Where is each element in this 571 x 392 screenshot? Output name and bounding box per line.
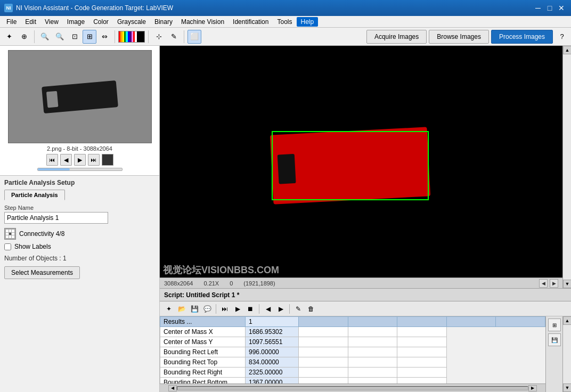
setup-title: Particle Analysis Setup <box>4 179 155 186</box>
toolbar: ✦ ⊕ 🔍 🔍 ⊡ ⊞ ⇔ ⊹ ✎ ⬜ Acquire Images Brows… <box>0 28 571 46</box>
watermark: 视觉论坛VISIONBBS.COM <box>160 263 282 277</box>
toolbar-zoom-in-btn[interactable]: 🔍 <box>38 30 52 44</box>
image-area[interactable]: 视觉论坛VISIONBBS.COM <box>160 46 562 277</box>
toolbar-select-btn[interactable]: ⊹ <box>152 30 166 44</box>
col-header-2 <box>299 317 348 327</box>
menu-view[interactable]: View <box>40 17 63 27</box>
results-table-area: Results ... 1 Center of Ma <box>160 316 545 392</box>
toolbar-zoom-fit-btn[interactable]: ⊡ <box>68 30 81 44</box>
menu-identification[interactable]: Identification <box>229 17 273 27</box>
results-vscrollbar[interactable]: ▲ ▼ <box>562 316 571 392</box>
browse-images-button[interactable]: Browse Images <box>429 30 489 44</box>
show-labels-row: Show Labels <box>4 243 155 250</box>
close-button[interactable]: ✕ <box>556 3 567 13</box>
script-edit-btn[interactable]: ✎ <box>292 303 304 315</box>
menu-image[interactable]: Image <box>63 17 89 27</box>
script-next-btn[interactable]: ▶ <box>275 303 287 315</box>
result-empty-cell <box>397 357 447 368</box>
title-bar: NI NI Vision Assistant - Code Generation… <box>0 0 571 16</box>
script-settings-btn[interactable]: ✦ <box>163 303 175 315</box>
toolbar-mode-btn[interactable]: ⬜ <box>187 30 201 44</box>
preview-controls: ⏮ ◀ ▶ ⏭ <box>46 154 113 166</box>
acquire-images-button[interactable]: Acquire Images <box>366 30 427 44</box>
result-value-cell: 2325.00000 <box>246 368 299 378</box>
result-empty-cell <box>397 327 447 337</box>
script-run-btn[interactable]: ▶ <box>232 303 243 315</box>
vscroll-down-btn[interactable]: ▼ <box>563 280 571 288</box>
script-prev-btn[interactable]: ◀ <box>262 303 274 315</box>
result-name-cell: Bounding Rect Bottom <box>160 378 246 384</box>
results-vscroll-down[interactable]: ▼ <box>563 383 571 392</box>
image-vscrollbar[interactable]: ▲ ▼ <box>562 46 571 288</box>
toolbar-draw-btn[interactable]: ✎ <box>167 30 181 44</box>
toolbar-actions: Acquire Images Browse Images Process Ima… <box>366 30 569 44</box>
nav-last-btn[interactable]: ⏭ <box>88 154 100 166</box>
menu-file[interactable]: File <box>2 17 21 27</box>
script-comment-btn[interactable]: 💬 <box>201 303 213 315</box>
menu-help[interactable]: Help <box>297 17 319 27</box>
result-empty-cell <box>348 337 397 347</box>
nav-next-btn[interactable]: ▶ <box>74 154 86 166</box>
main-layout: 2.png - 8-bit - 3088x2064 ⏮ ◀ ▶ ⏭ Partic… <box>0 46 571 392</box>
stepname-label: Step Name <box>4 205 155 211</box>
nav-first-btn[interactable]: ⏮ <box>46 154 58 166</box>
results-vscroll-up[interactable]: ▲ <box>563 316 571 325</box>
result-empty-cell <box>348 378 397 384</box>
results-vscroll-track[interactable] <box>563 325 571 383</box>
horizontal-scrollbar[interactable]: ◀ ▶ <box>160 383 545 392</box>
help-button[interactable]: ? <box>555 30 569 44</box>
script-delete-btn[interactable]: 🗑 <box>305 303 317 315</box>
toolbar-zoom-out-btn[interactable]: 🔍 <box>53 30 67 44</box>
show-labels-checkbox[interactable] <box>4 243 11 250</box>
vscroll-track[interactable] <box>563 54 571 280</box>
side-btn-2[interactable]: 💾 <box>548 333 561 346</box>
preview-info: 2.png - 8-bit - 3088x2064 <box>47 145 112 152</box>
toolbar-new-btn[interactable]: ✦ <box>2 30 16 44</box>
menu-grayscale[interactable]: Grayscale <box>113 17 150 27</box>
select-measurements-button[interactable]: Select Measurements <box>4 266 80 279</box>
result-value-cell: 1367.00000 <box>246 378 299 384</box>
hscroll-left-btn[interactable]: ◀ <box>168 385 177 391</box>
status-coords: (1921,1898) <box>243 280 275 287</box>
script-stop-btn[interactable]: ⏹ <box>244 303 256 315</box>
script-sep-2 <box>259 304 259 314</box>
col-header-6 <box>496 317 545 327</box>
side-btn-1[interactable]: ⊞ <box>548 318 561 331</box>
vscroll-up-btn[interactable]: ▲ <box>563 46 571 54</box>
restore-button[interactable]: □ <box>544 3 555 13</box>
menu-tools[interactable]: Tools <box>273 17 296 27</box>
scroll-left-arrow[interactable]: ◀ <box>539 279 548 288</box>
script-sep-1 <box>216 304 216 314</box>
script-run-to-btn[interactable]: ⏭ <box>219 303 231 315</box>
result-empty-cell <box>299 337 348 347</box>
script-save-btn[interactable]: 💾 <box>189 303 200 315</box>
toolbar-open-btn[interactable]: ⊕ <box>17 30 31 44</box>
table-row: Bounding Rect Bottom1367.00000 <box>160 378 545 384</box>
hscroll-right-btn[interactable]: ▶ <box>528 385 537 391</box>
script-open-btn[interactable]: 📂 <box>176 303 187 315</box>
detected-object <box>272 131 429 200</box>
result-name-cell: Bounding Rect Top <box>160 357 246 368</box>
stepname-input[interactable] <box>4 212 108 224</box>
preview-scrollbar[interactable] <box>37 168 123 171</box>
table-row: Center of Mass Y1097.56551 <box>160 337 545 347</box>
nav-prev-btn[interactable]: ◀ <box>60 154 72 166</box>
tab-strip: Particle Analysis <box>4 190 155 200</box>
hscroll-track[interactable] <box>177 386 528 390</box>
stop-btn[interactable] <box>102 154 113 166</box>
table-scroll-wrapper[interactable]: Results ... 1 Center of Ma <box>160 316 545 383</box>
toolbar-zoom-100-btn[interactable]: ⊞ <box>83 30 96 44</box>
result-empty-cell <box>348 357 397 368</box>
preview-object <box>42 80 118 113</box>
result-empty-cell <box>348 368 397 378</box>
result-name-cell: Center of Mass X <box>160 327 246 337</box>
minimize-button[interactable]: ─ <box>533 3 543 13</box>
menu-binary[interactable]: Binary <box>150 17 177 27</box>
process-images-button[interactable]: Process Images <box>491 30 553 44</box>
menu-edit[interactable]: Edit <box>21 17 40 27</box>
toolbar-pan-btn[interactable]: ⇔ <box>97 30 111 44</box>
menu-color[interactable]: Color <box>89 17 113 27</box>
scroll-right-arrow[interactable]: ▶ <box>550 279 558 288</box>
tab-particle-analysis[interactable]: Particle Analysis <box>4 190 65 200</box>
menu-machine-vision[interactable]: Machine Vision <box>177 17 229 27</box>
